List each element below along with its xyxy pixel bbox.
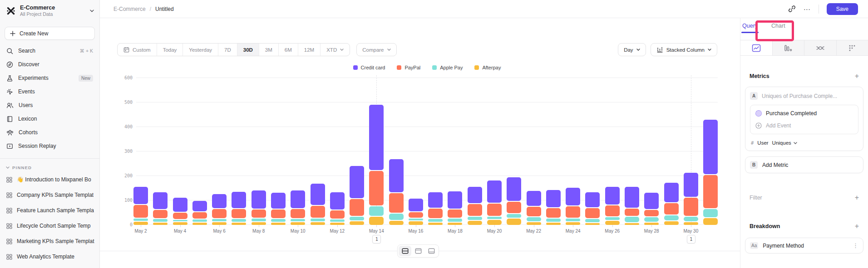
bar-segment-credit-card[interactable]	[703, 120, 718, 174]
stacked-bar-may-17[interactable]	[428, 192, 443, 225]
stacked-bar-may-7[interactable]	[232, 192, 246, 225]
bar-segment-afterpay[interactable]	[605, 221, 620, 225]
bar-segment-credit-card[interactable]	[546, 190, 561, 207]
tab-funnels[interactable]	[772, 40, 804, 55]
bar-segment-apple-pay[interactable]	[311, 219, 325, 221]
compare-button[interactable]: Compare	[356, 43, 396, 56]
stacked-bar-may-21[interactable]	[507, 177, 521, 225]
share-link-icon[interactable]	[788, 5, 796, 13]
bar-segment-paypal[interactable]	[252, 210, 266, 218]
bar-segment-credit-card[interactable]	[644, 193, 659, 209]
tab-insights[interactable]	[740, 40, 772, 55]
range-12m[interactable]: 12M	[298, 44, 320, 56]
annotation-badge[interactable]: 1	[687, 235, 695, 244]
bar-segment-afterpay[interactable]	[192, 223, 207, 225]
stacked-bar-may-4[interactable]	[173, 198, 187, 225]
bar-segment-apple-pay[interactable]	[350, 217, 364, 220]
bar-segment-paypal[interactable]	[389, 193, 404, 213]
bar-segment-afterpay[interactable]	[271, 223, 286, 225]
sidebar-item-cohorts[interactable]: Cohorts	[0, 126, 99, 139]
stacked-bar-may-14[interactable]	[369, 105, 384, 225]
bar-segment-paypal[interactable]	[153, 210, 168, 218]
bar-segment-apple-pay[interactable]	[133, 219, 148, 221]
measure-entity[interactable]: User	[757, 140, 768, 146]
tab-flows[interactable]	[804, 40, 836, 55]
bar-segment-paypal[interactable]	[605, 205, 620, 216]
bar-segment-credit-card[interactable]	[527, 191, 541, 206]
add-filter-plus-icon[interactable]: +	[855, 194, 859, 201]
stacked-bar-may-27[interactable]	[625, 187, 639, 225]
stacked-bar-may-23[interactable]	[546, 190, 561, 225]
sidebar-item-events[interactable]: Events	[0, 85, 99, 98]
bar-segment-afterpay[interactable]	[232, 223, 246, 225]
bar-segment-paypal[interactable]	[625, 209, 639, 216]
pinned-item[interactable]: Web Analytics Template	[0, 249, 99, 264]
bar-segment-paypal[interactable]	[507, 202, 521, 213]
add-event-row[interactable]: Add Event	[755, 122, 853, 129]
bar-segment-credit-card[interactable]	[192, 201, 207, 211]
bar-segment-credit-card[interactable]	[133, 187, 148, 204]
stacked-bar-may-22[interactable]	[527, 191, 541, 225]
bar-segment-credit-card[interactable]	[625, 187, 639, 207]
bar-segment-paypal[interactable]	[291, 209, 305, 218]
bar-segment-credit-card[interactable]	[389, 159, 404, 192]
stacked-bar-may-25[interactable]	[585, 192, 600, 225]
metric-card-b-add-metric[interactable]: B Add Metric	[745, 156, 863, 173]
bar-segment-apple-pay[interactable]	[664, 215, 679, 220]
range-7d[interactable]: 7D	[218, 44, 237, 56]
layout-split-view-button[interactable]	[399, 246, 411, 256]
bar-segment-afterpay[interactable]	[487, 220, 502, 225]
range-xtd[interactable]: XTD	[320, 44, 350, 56]
bar-segment-apple-pay[interactable]	[428, 219, 443, 222]
bar-segment-credit-card[interactable]	[487, 180, 502, 203]
chevron-down-icon[interactable]	[90, 10, 94, 12]
bar-segment-credit-card[interactable]	[271, 193, 286, 209]
breadcrumb-root[interactable]: E-Commerce	[113, 6, 146, 12]
bar-segment-afterpay[interactable]	[546, 223, 561, 225]
bar-segment-afterpay[interactable]	[369, 217, 384, 225]
stacked-bar-may-3[interactable]	[153, 192, 168, 225]
sidebar-item-session-replay[interactable]: Session Replay	[0, 139, 99, 153]
sidebar-item-discover[interactable]: Discover	[0, 58, 99, 71]
pinned-item[interactable]: Company KPIs Sample Templat	[0, 187, 99, 203]
bar-segment-paypal[interactable]	[664, 203, 679, 214]
stacked-bar-may-11[interactable]	[311, 184, 325, 225]
stacked-bar-may-13[interactable]	[350, 166, 364, 225]
bar-segment-apple-pay[interactable]	[212, 219, 227, 221]
event-name[interactable]: Purchase Completed	[766, 110, 817, 117]
bar-segment-credit-card[interactable]	[212, 194, 227, 208]
bar-segment-paypal[interactable]	[527, 207, 541, 216]
stacked-bar-may-10[interactable]	[291, 190, 305, 225]
bar-segment-apple-pay[interactable]	[291, 219, 305, 221]
stacked-bar-may-8[interactable]	[252, 190, 266, 225]
range-today[interactable]: Today	[157, 44, 183, 56]
tab-retention[interactable]	[836, 40, 868, 55]
bar-segment-apple-pay[interactable]	[192, 219, 207, 221]
event-row[interactable]: Purchase Completed	[755, 110, 853, 117]
bar-segment-apple-pay[interactable]	[153, 219, 168, 222]
breakdown-card-payment-method[interactable]: Aa Payment Method ⋮	[745, 238, 863, 253]
bar-segment-paypal[interactable]	[271, 210, 286, 218]
bar-segment-credit-card[interactable]	[232, 192, 246, 208]
stacked-bar-may-5[interactable]	[192, 201, 207, 225]
bar-segment-credit-card[interactable]	[311, 184, 325, 205]
bar-segment-apple-pay[interactable]	[487, 217, 502, 219]
range-30d-active[interactable]: 30D	[237, 44, 259, 56]
bar-segment-credit-card[interactable]	[173, 198, 187, 212]
bar-segment-credit-card[interactable]	[448, 191, 462, 209]
granularity-dropdown[interactable]: Day	[618, 43, 646, 56]
bar-segment-credit-card[interactable]	[330, 192, 345, 210]
bar-segment-paypal[interactable]	[546, 208, 561, 218]
bar-segment-apple-pay[interactable]	[173, 220, 187, 221]
pinned-section-header[interactable]: PINNED	[0, 159, 99, 172]
bar-segment-afterpay[interactable]	[350, 221, 364, 225]
bar-segment-credit-card[interactable]	[585, 192, 600, 207]
more-options-icon[interactable]: ...	[804, 4, 811, 14]
bar-segment-apple-pay[interactable]	[507, 214, 521, 218]
save-button[interactable]: Save	[827, 3, 858, 15]
bar-segment-afterpay[interactable]	[507, 219, 521, 225]
bar-segment-paypal[interactable]	[644, 210, 659, 216]
tab-chart[interactable]: Chart	[771, 18, 785, 33]
bar-segment-paypal[interactable]	[350, 199, 364, 216]
pinned-item[interactable]: 👋 Introduction to Mixpanel Bo	[0, 172, 99, 187]
